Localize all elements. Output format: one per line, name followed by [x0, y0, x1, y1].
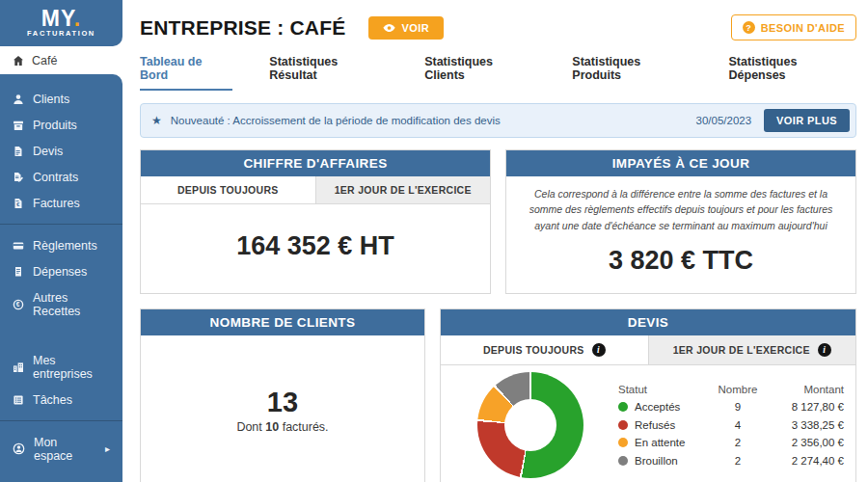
- impayes-value: 3 820 € TTC: [506, 233, 855, 293]
- logo-text: MY.: [41, 9, 81, 28]
- sidebar-item-produits[interactable]: Produits: [0, 112, 122, 138]
- legend-row-en-attente: En attente: [618, 437, 713, 448]
- besoin-daide-button[interactable]: ? BESOIN D'AIDE: [731, 14, 856, 40]
- devis-body: Statut Nombre Montant Acceptés 9 8 127,8…: [441, 365, 855, 482]
- home-icon: [13, 55, 24, 67]
- legend-row-acceptes: Acceptés: [618, 401, 713, 413]
- devis-legend: Statut Nombre Montant Acceptés 9 8 127,8…: [618, 384, 844, 467]
- topbar: ENTREPRISE : CAFÉ VOIR ? BESOIN D'AIDE: [140, 14, 856, 40]
- sidebar-item-taches[interactable]: Tâches: [0, 387, 122, 413]
- file-invoice-icon: €: [13, 198, 24, 209]
- card-title: CHIFFRE D'AFFAIRES: [141, 150, 490, 176]
- impayes-description: Cela correspond à la différence entre la…: [506, 176, 855, 233]
- devis-donut-chart: [477, 372, 583, 478]
- notification-text: Nouveauté : Accroissement de la période …: [171, 115, 501, 126]
- sidebar-item-label: Produits: [33, 119, 77, 132]
- tab-statistiques-produits[interactable]: Statistiques Produits: [572, 55, 692, 91]
- tab-tableau-de-bord[interactable]: Tableau de Bord: [140, 55, 232, 91]
- dashboard-grid-row2: NOMBRE DE CLIENTS 13 Dont 10 facturés. D…: [140, 308, 856, 482]
- sidebar-item-devis[interactable]: Devis: [0, 138, 122, 164]
- sidebar-item-label: Factures: [33, 197, 80, 210]
- svg-text:€: €: [16, 301, 20, 308]
- sidebar-item-label: Café: [32, 54, 57, 67]
- card-title: NOMBRE DE CLIENTS: [141, 309, 424, 335]
- star-icon: ★: [151, 114, 162, 127]
- legend-dot: [618, 438, 628, 447]
- credit-card-icon: [13, 240, 24, 252]
- chevron-right-icon: ▸: [105, 443, 110, 454]
- legend-header-statut: Statut: [618, 384, 713, 395]
- page-title: ENTREPRISE : CAFÉ: [140, 16, 345, 40]
- user-circle-icon: [13, 442, 25, 455]
- legend-header-montant: Montant: [763, 384, 844, 395]
- logo-dot: .: [74, 6, 81, 31]
- devis-tab-depuis-toujours[interactable]: DEPUIS TOUJOURS i: [441, 335, 648, 364]
- sidebar-item-label: Tâches: [33, 393, 72, 407]
- legend-count: 2: [713, 455, 763, 467]
- sidebar-item-label: Mes entreprises: [33, 354, 110, 381]
- ca-subtabs: DEPUIS TOUJOURS 1ER JOUR DE L'EXERCICE: [141, 176, 490, 204]
- sidebar-item-reglements[interactable]: Règlements: [0, 232, 122, 258]
- sidebar-item-cafe[interactable]: Café: [0, 46, 122, 74]
- sidebar-spacer: [0, 324, 122, 347]
- page-tabs: Tableau de Bord Statistiques Résultat St…: [140, 55, 856, 91]
- clients-subtext: Dont 10 facturés.: [236, 420, 328, 434]
- file-signature-icon: [13, 172, 24, 183]
- sidebar-item-depenses[interactable]: Dépenses: [0, 258, 122, 284]
- notification-date: 30/05/2023: [696, 115, 752, 126]
- legend-dot: [618, 456, 628, 466]
- legend-count: 9: [713, 401, 763, 413]
- eye-icon: [383, 23, 395, 33]
- notification-banner: ★ Nouveauté : Accroissement de la périod…: [140, 103, 856, 138]
- sidebar-item-mes-entreprises[interactable]: Mes entreprises: [0, 347, 122, 387]
- receipt-icon: [13, 266, 24, 278]
- ca-tab-1er-jour-exercice[interactable]: 1ER JOUR DE L'EXERCICE: [315, 176, 491, 203]
- legend-dot: [618, 420, 628, 430]
- card-impayes: IMPAYÉS À CE JOUR Cela correspond à la d…: [505, 149, 856, 294]
- sidebar-item-label: Autres Recettes: [33, 291, 110, 318]
- sidebar-item-label: Devis: [33, 145, 63, 158]
- legend-dot: [618, 402, 628, 412]
- devis-subtabs: DEPUIS TOUJOURS i 1ER JOUR DE L'EXERCICE…: [441, 335, 855, 365]
- sidebar-item-label: Dépenses: [33, 265, 87, 279]
- user-icon: [13, 94, 24, 105]
- card-chiffre-affaires: CHIFFRE D'AFFAIRES DEPUIS TOUJOURS 1ER J…: [140, 149, 491, 294]
- legend-row-brouillon: Brouillon: [618, 455, 713, 467]
- legend-row-refuses: Refusés: [618, 419, 713, 431]
- sidebar-item-contrats[interactable]: Contrats: [0, 164, 122, 190]
- ca-tab-depuis-toujours[interactable]: DEPUIS TOUJOURS: [141, 176, 315, 203]
- tab-statistiques-clients[interactable]: Statistiques Clients: [424, 55, 535, 91]
- app-logo[interactable]: MY. FACTURATION: [0, 0, 122, 46]
- info-icon[interactable]: i: [592, 343, 606, 357]
- info-icon[interactable]: i: [818, 343, 831, 357]
- devis-tab-label: DEPUIS TOUJOURS: [483, 344, 584, 356]
- file-lines-icon: [13, 146, 24, 157]
- buildings-icon: [13, 362, 24, 373]
- legend-amount: 2 274,40 €: [763, 455, 844, 467]
- dashboard-grid-row1: CHIFFRE D'AFFAIRES DEPUIS TOUJOURS 1ER J…: [140, 149, 856, 294]
- card-title: IMPAYÉS À CE JOUR: [506, 150, 855, 176]
- question-icon: ?: [743, 21, 755, 34]
- main-content: ENTREPRISE : CAFÉ VOIR ? BESOIN D'AIDE T…: [122, 0, 868, 482]
- sidebar-item-label: Règlements: [33, 239, 97, 253]
- devis-tab-1er-jour-exercice[interactable]: 1ER JOUR DE L'EXERCICE i: [648, 335, 856, 364]
- card-title: DEVIS: [441, 309, 855, 335]
- voir-plus-button[interactable]: VOIR PLUS: [764, 109, 850, 132]
- sidebar: MY. FACTURATION Café Clients Produits De…: [0, 0, 122, 482]
- voir-button[interactable]: VOIR: [368, 16, 444, 40]
- legend-header-nombre: Nombre: [713, 384, 763, 395]
- ca-value: 164 352 € HT: [141, 204, 490, 293]
- sidebar-divider: [0, 224, 122, 225]
- tab-statistiques-resultat[interactable]: Statistiques Résultat: [269, 55, 388, 91]
- sidebar-item-autres-recettes[interactable]: € Autres Recettes: [0, 284, 122, 324]
- sidebar-item-factures[interactable]: € Factures: [0, 190, 122, 216]
- legend-amount: 2 356,00 €: [763, 437, 844, 448]
- tab-statistiques-depenses[interactable]: Statistiques Dépenses: [729, 55, 856, 91]
- sidebar-item-mon-espace[interactable]: Mon espace ▸: [0, 429, 122, 469]
- sidebar-item-label: Mon espace: [34, 436, 96, 463]
- sidebar-item-label: Contrats: [33, 171, 78, 184]
- legend-count: 4: [713, 419, 763, 431]
- legend-amount: 3 338,25 €: [763, 419, 844, 431]
- sidebar-item-clients[interactable]: Clients: [0, 86, 122, 112]
- card-nombre-clients: NOMBRE DE CLIENTS 13 Dont 10 facturés.: [140, 308, 425, 482]
